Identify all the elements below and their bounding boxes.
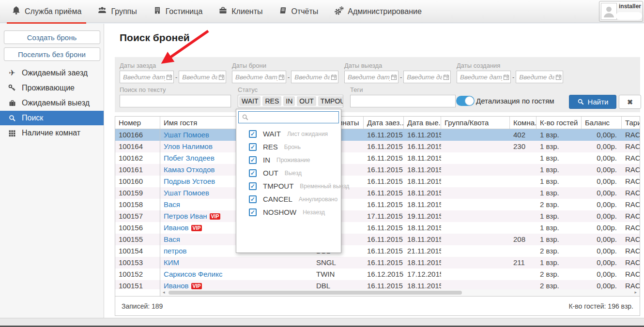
table-row[interactable]: 100161 Камаз ОтходовVIP 16.11.2015 18.11… — [115, 164, 640, 176]
status-code: OUT — [263, 169, 278, 177]
checkbox-checked-icon[interactable] — [249, 143, 257, 151]
col-header-group-quota[interactable]: Группа/Квота — [441, 117, 510, 129]
status-dropdown-search-input[interactable] — [238, 111, 339, 123]
find-button[interactable]: Найти — [569, 95, 616, 109]
guest-name-link[interactable]: Вася — [164, 200, 180, 208]
calendar-icon[interactable] — [166, 74, 172, 82]
checkbox-checked-icon[interactable] — [249, 208, 257, 216]
tags-input[interactable] — [350, 95, 456, 107]
table-row[interactable]: 100166 Ушат ПомоевVIP 16.11.2015 16.11.2… — [115, 129, 640, 141]
status-tag[interactable]: RES — [262, 96, 281, 106]
scroll-left-icon[interactable]: ◂ — [163, 290, 165, 295]
table-row[interactable]: 100164 Улов НалимовVIP 16.11.2015 16.11.… — [115, 141, 640, 152]
table-row[interactable]: 100156 ИвановVIP 16.11.2015 18.11.2015 1… — [115, 222, 640, 234]
checkbox-checked-icon[interactable] — [249, 156, 257, 164]
calendar-icon[interactable] — [218, 74, 225, 82]
table-row[interactable]: 100155 ВасяVIP 16.11.2015 18.11.2015 208… — [115, 234, 640, 245]
checkbox-checked-icon[interactable] — [249, 130, 257, 138]
guest-name-link[interactable]: Саркисов Феликс — [164, 270, 222, 278]
user-panel[interactable]: installer — [599, 1, 643, 22]
guest-name-link[interactable]: Иванов — [164, 223, 189, 232]
tab-administration[interactable]: Администрирование — [329, 0, 427, 23]
cell-date-in: 16.11.2015 — [364, 222, 404, 234]
table-row[interactable]: 100159 Ушат ПомоевVIP 16.11.2015 18.11.2… — [115, 187, 640, 199]
cell-room: 211 — [510, 257, 537, 268]
clear-filters-button[interactable]: ✖ — [619, 95, 641, 109]
checkin-without-booking-button[interactable]: Поселить без брони — [4, 47, 100, 61]
text-search-input[interactable] — [120, 95, 231, 107]
cell-guest-count: 1 взр. — [537, 222, 582, 234]
user-blob — [616, 12, 642, 20]
status-option[interactable]: IN Проживание — [236, 153, 341, 166]
guest-name-link[interactable]: Петров Иван — [164, 212, 207, 220]
calendar-icon[interactable] — [391, 74, 397, 82]
cell-date-in: 16.11.2015 — [364, 199, 404, 210]
cell-guest-count: 1 взр. — [537, 129, 582, 141]
table-row[interactable]: 100153 КИМVIP SNGL 16.11.2015 18.11.2015… — [115, 257, 640, 268]
table-row[interactable]: 100157 Петров ИванVIP 17.11.2015 19.11.2… — [115, 210, 640, 222]
col-header-date-in[interactable]: Дата заез... — [364, 117, 404, 129]
col-header-guest-count[interactable]: К-во гостей — [537, 117, 582, 129]
tab-reports[interactable]: Отчёты — [274, 0, 323, 23]
checkbox-checked-icon[interactable] — [249, 169, 257, 177]
table-row[interactable]: 100162 Побег ЗлодеевVIP 16.11.2015 18.11… — [115, 152, 640, 164]
col-header-balance[interactable]: Баланс — [582, 117, 622, 129]
guest-name-link[interactable]: КИМ — [164, 258, 179, 267]
col-header-number[interactable]: Номер — [115, 117, 160, 129]
create-booking-button[interactable]: Создать бронь — [4, 30, 100, 44]
tab-hotel[interactable]: Гостиница — [148, 0, 208, 23]
guest-name-link[interactable]: Ушат Помоев — [164, 189, 209, 197]
status-option[interactable]: NOSHOW Незаезд — [236, 206, 341, 219]
calendar-icon[interactable] — [331, 74, 337, 82]
scrollbar-thumb[interactable] — [169, 291, 462, 295]
tab-clients[interactable]: Клиенты — [214, 0, 267, 23]
status-option[interactable]: OUT Выезд — [236, 166, 341, 179]
sidebar-item-in-house[interactable]: Проживающие — [0, 81, 104, 95]
status-option[interactable]: CANCEL Аннулировано — [236, 193, 341, 206]
status-tag[interactable]: WAIT — [239, 96, 261, 106]
guest-name-link[interactable]: Улов Налимов — [164, 142, 213, 150]
tab-front-desk[interactable]: Служба приёма — [7, 0, 86, 23]
table-row[interactable]: 100151 ИвановVIP DBL 16.11.2015 18.11.20… — [115, 280, 640, 289]
col-header-room[interactable]: Комна... — [510, 117, 537, 129]
sidebar-item-expected-departure[interactable]: Ожидаемый выезд — [0, 96, 104, 110]
guest-name-link[interactable]: Вася — [164, 235, 180, 243]
date-filter-label: Даты создания — [457, 62, 562, 69]
scrollbar-track[interactable]: ◂ ▸ — [160, 289, 640, 296]
guest-name-link[interactable]: Подрыв Устоев — [164, 177, 215, 185]
col-header-rate[interactable]: Тариф — [622, 117, 640, 129]
cell-guest-count: 1 взр. — [537, 210, 582, 222]
table-row[interactable]: 100152 Саркисов ФеликсVIP TWIN 16.12.201… — [115, 268, 640, 280]
status-tag[interactable]: IN — [283, 96, 295, 106]
status-option[interactable]: TMPOUT Временный выезд — [236, 179, 341, 193]
guest-detail-toggle[interactable] — [456, 96, 475, 106]
vip-badge: VIP — [210, 213, 221, 220]
calendar-icon[interactable] — [555, 74, 562, 82]
status-option[interactable]: WAIT Лист ожидания — [236, 127, 341, 140]
checkbox-checked-icon[interactable] — [249, 195, 257, 203]
calendar-icon[interactable] — [278, 74, 285, 82]
status-tag[interactable]: TMPOUT — [318, 96, 343, 106]
col-header-date-out[interactable]: Дата вые... — [404, 117, 441, 129]
tab-groups[interactable]: Группы — [92, 0, 141, 23]
calendar-icon[interactable] — [503, 74, 509, 82]
status-tag[interactable]: OUT — [297, 96, 316, 106]
table-row[interactable]: 100154 петровVIP DBL 16.11.2015 21.11.20… — [115, 245, 640, 257]
guest-name-link[interactable]: Побег Злодеев — [164, 154, 215, 162]
cell-number: 100162 — [115, 152, 160, 164]
sidebar-item-search[interactable]: Поиск — [0, 111, 104, 125]
status-tags-field[interactable]: WAITRESINOUTTMPOUTCAN — [238, 95, 343, 107]
sidebar-item-expected-arrival[interactable]: ✈ Ожидаемый заезд — [0, 66, 104, 80]
checkbox-checked-icon[interactable] — [249, 182, 257, 190]
sidebar-item-room-availability[interactable]: Наличие комнат — [0, 126, 104, 140]
calendar-icon[interactable] — [443, 74, 449, 82]
guest-name-link[interactable]: Ушат Помоев — [164, 131, 209, 139]
table-row[interactable]: 100160 Подрыв УстоевVIP 16.11.2015 18.11… — [115, 176, 640, 187]
user-name: installer — [619, 3, 641, 10]
guest-name-link[interactable]: Камаз Отходов — [164, 165, 215, 174]
guest-name-link[interactable]: петров — [164, 247, 187, 255]
guest-name-link[interactable]: Иванов — [164, 282, 189, 289]
status-option[interactable]: RES Бронь — [236, 140, 341, 153]
scroll-right-icon[interactable]: ▸ — [634, 290, 637, 295]
table-row[interactable]: 100158 ВасяVIP 16.11.2015 18.11.2015 2 в… — [115, 199, 640, 210]
